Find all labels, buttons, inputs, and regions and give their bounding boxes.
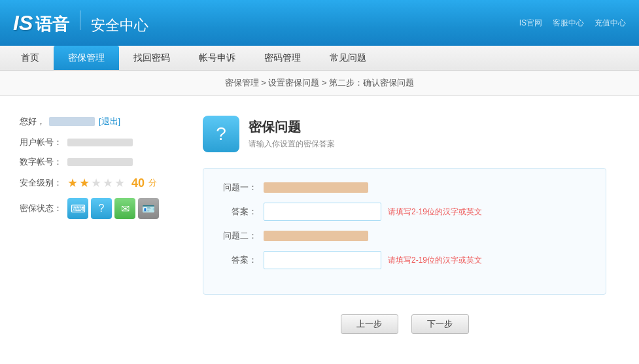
security-row: 安全级别： ★ ★ ★ ★ ★ 40 分 (20, 176, 164, 190)
q1-row: 问题一： (223, 182, 586, 193)
q1-label: 问题一： (223, 182, 257, 193)
question-icon-box: ? (203, 116, 239, 152)
star-1: ★ (67, 176, 78, 190)
a2-label: 答案： (223, 254, 257, 266)
header-nav: IS官网 客服中心 充值中心 (519, 18, 626, 29)
form-area: 问题一： 答案： 请填写2-19位的汉字或英文 问题二： 答案： 请填写2-19… (203, 168, 606, 295)
q1-question-blur (264, 182, 368, 193)
button-area: 上一步 下一步 (203, 308, 606, 334)
right-title: 密保问题 (249, 118, 335, 136)
right-panel: ? 密保问题 请输入你设置的密保答案 问题一： 答案： 请填写2-19位的汉字或… (190, 109, 619, 357)
logo-separator (80, 10, 80, 30)
a1-hint: 请填写2-19位的汉字或英文 (388, 207, 482, 218)
nav-home[interactable]: 首页 (7, 46, 54, 70)
logo-is: IS (13, 11, 33, 35)
score-unit: 分 (148, 177, 157, 189)
mibao-id-icon: 🪪 (138, 198, 159, 219)
q2-row: 问题二： (223, 230, 586, 242)
stars: ★ ★ ★ ★ ★ (67, 176, 125, 190)
user-greeting: 您好， [退出] (20, 116, 164, 127)
logo-voice: 语音 (35, 13, 69, 36)
nav-pwdmgr[interactable]: 密码管理 (250, 46, 315, 70)
a2-row: 答案： 请填写2-19位的汉字或英文 (223, 251, 586, 269)
logout-link[interactable]: [退出] (99, 116, 120, 127)
mibao-email-icon: ✉ (114, 198, 135, 219)
header-nav-topup[interactable]: 充值中心 (595, 18, 626, 29)
q2-question-blur (264, 231, 368, 241)
answer2-input[interactable] (264, 251, 381, 269)
right-header: ? 密保问题 请输入你设置的密保答案 (203, 116, 606, 152)
right-header-text: 密保问题 请输入你设置的密保答案 (249, 118, 335, 150)
question-mark-icon: ? (216, 124, 226, 144)
security-score: 40 (131, 176, 145, 190)
digital-blur (67, 158, 133, 166)
nav-faq[interactable]: 常见问题 (315, 46, 381, 70)
account-row: 用户帐号： (20, 137, 164, 148)
breadcrumb: 密保管理 > 设置密保问题 > 第二步：确认密保问题 (0, 71, 639, 96)
username-blur (49, 117, 95, 126)
a1-row: 答案： 请填写2-19位的汉字或英文 (223, 203, 586, 221)
logo-title: 安全中心 (91, 16, 148, 35)
logo: IS 语音 安全中心 (13, 10, 148, 36)
account-blur (67, 139, 133, 146)
answer1-input[interactable] (264, 203, 381, 221)
main-content: 您好， [退出] 用户帐号： 数字帐号： 安全级别： ★ ★ ★ ★ ★ 40 … (0, 96, 639, 364)
star-3: ★ (91, 176, 101, 190)
right-subtitle: 请输入你设置的密保答案 (249, 139, 335, 150)
mibao-row: 密保状态： ⌨ ? ✉ 🪪 (20, 198, 164, 219)
star-4: ★ (103, 176, 113, 190)
mibao-icons: ⌨ ? ✉ 🪪 (67, 198, 159, 219)
nav-mibao[interactable]: 密保管理 (54, 46, 119, 70)
next-button[interactable]: 下一步 (411, 314, 469, 334)
left-panel: 您好， [退出] 用户帐号： 数字帐号： 安全级别： ★ ★ ★ ★ ★ 40 … (20, 109, 164, 357)
navbar: 首页 密保管理 找回密码 帐号申诉 密码管理 常见问题 (0, 46, 639, 71)
a1-label: 答案： (223, 206, 257, 218)
header-nav-service[interactable]: 客服中心 (553, 18, 584, 29)
mibao-question-icon: ? (91, 198, 112, 219)
nav-findpwd[interactable]: 找回密码 (119, 46, 184, 70)
q2-label: 问题二： (223, 230, 257, 242)
star-2: ★ (79, 176, 90, 190)
star-5: ★ (114, 176, 125, 190)
prev-button[interactable]: 上一步 (341, 314, 398, 334)
mibao-keyboard-icon: ⌨ (67, 198, 88, 219)
header: IS 语音 安全中心 IS官网 客服中心 充值中心 (0, 0, 639, 46)
header-nav-is[interactable]: IS官网 (519, 18, 542, 29)
a2-hint: 请填写2-19位的汉字或英文 (388, 255, 482, 266)
digital-row: 数字帐号： (20, 156, 164, 168)
nav-appeal[interactable]: 帐号申诉 (184, 46, 250, 70)
